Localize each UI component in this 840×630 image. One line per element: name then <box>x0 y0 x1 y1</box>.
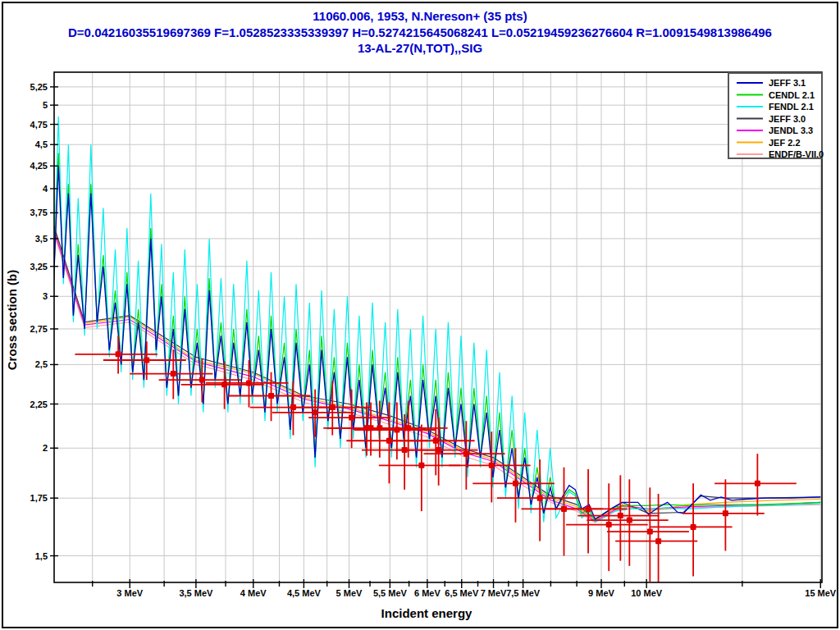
data-point-marker <box>199 377 205 383</box>
data-point-marker <box>116 351 121 357</box>
x-tick-label: 4 MeV <box>240 588 267 598</box>
data-point-marker <box>627 518 632 523</box>
data-point-marker <box>586 506 591 512</box>
x-tick-label: 15 MeV <box>805 588 837 598</box>
y-tick-label: 4 <box>43 184 48 194</box>
y-tick-label: 1,75 <box>30 493 48 503</box>
legend-entry-endf-b-vii-0: ENDF/B-VII.0 <box>769 149 824 159</box>
x-tick-label: 3 MeV <box>116 588 143 598</box>
x-tick-label: 3,5 MeV <box>179 588 213 598</box>
data-point-marker <box>647 529 653 535</box>
y-tick-label: 2,25 <box>30 399 48 409</box>
y-tick-label: 3,25 <box>30 262 48 272</box>
y-tick-label: 4,25 <box>30 161 48 171</box>
data-point-marker <box>144 358 149 363</box>
y-tick-label: 4,75 <box>30 120 48 130</box>
legend-entry-jef-2-2: JEF 2.2 <box>769 138 801 148</box>
data-point-marker <box>246 380 252 386</box>
x-tick-label: 7,5 MeV <box>506 588 541 598</box>
y-tick-label: 5,25 <box>30 82 48 92</box>
x-axis-title: Incident energy <box>381 606 473 620</box>
y-tick-label: 2,5 <box>35 359 48 369</box>
data-point-marker <box>513 481 518 486</box>
y-tick-label: 3,75 <box>30 208 48 217</box>
data-point-marker <box>386 438 392 444</box>
y-tick-label: 2,75 <box>30 324 48 334</box>
data-point-marker <box>349 415 354 421</box>
data-point-marker <box>755 481 760 486</box>
legend-entry-cendl-2-1: CENDL 2.1 <box>769 90 815 100</box>
data-point-marker <box>691 524 696 530</box>
x-tick-label: 9 MeV <box>588 588 614 598</box>
plot-area: 3 MeV3,5 MeV4 MeV4,5 MeV5 MeV5,5 MeV6 Me… <box>30 72 837 598</box>
y-tick-label: 4,5 <box>35 139 48 149</box>
x-tick-label: 5,5 MeV <box>373 588 408 598</box>
data-point-marker <box>313 409 318 415</box>
legend-entry-jeff-3-1: JEFF 3.1 <box>769 78 806 88</box>
y-tick-label: 5 <box>43 100 48 110</box>
data-point-marker <box>171 371 176 377</box>
x-tick-label: 6,5 MeV <box>445 588 479 598</box>
y-tick-label: 1,5 <box>35 551 48 561</box>
legend-entry-jeff-3-0: JEFF 3.0 <box>769 114 806 124</box>
data-point-marker <box>489 463 495 468</box>
x-tick-label: 6 MeV <box>414 588 441 598</box>
legend: JEFF 3.1CENDL 2.1FENDL 2.1JEFF 3.0JENDL … <box>728 73 824 159</box>
y-tick-label: 3 <box>43 291 48 301</box>
data-point-marker <box>655 538 661 544</box>
legend-entry-jendl-3-3: JENDL 3.3 <box>769 126 813 135</box>
data-point-marker <box>436 447 441 453</box>
y-axis-title: Cross section (b) <box>5 270 19 371</box>
figure-window: 11060.006, 1953, N.Nereson+ (35 pts) D=0… <box>0 0 840 630</box>
data-point-marker <box>268 393 274 399</box>
experimental-data-points <box>75 336 796 595</box>
data-point-marker <box>463 451 469 457</box>
x-tick-label: 4,5 MeV <box>287 588 322 598</box>
data-point-marker <box>606 522 612 527</box>
data-point-marker <box>433 438 439 444</box>
x-tick-label: 10 MeV <box>631 588 663 598</box>
x-tick-label: 5 MeV <box>336 588 363 598</box>
data-point-marker <box>537 495 543 501</box>
data-point-marker <box>330 404 336 410</box>
data-point-marker <box>723 510 728 516</box>
chart-canvas: 3 MeV3,5 MeV4 MeV4,5 MeV5 MeV5,5 MeV6 Me… <box>0 0 840 630</box>
data-point-marker <box>418 463 424 468</box>
y-tick-label: 3,5 <box>35 234 48 244</box>
data-point-marker <box>618 513 623 518</box>
x-tick-label: 7 MeV <box>481 588 507 598</box>
axis-ticks: 3 MeV3,5 MeV4 MeV4,5 MeV5 MeV5,5 MeV6 Me… <box>30 82 837 598</box>
data-point-marker <box>405 425 411 431</box>
y-tick-label: 2 <box>43 443 48 453</box>
legend-entry-fendl-2-1: FENDL 2.1 <box>769 102 814 112</box>
